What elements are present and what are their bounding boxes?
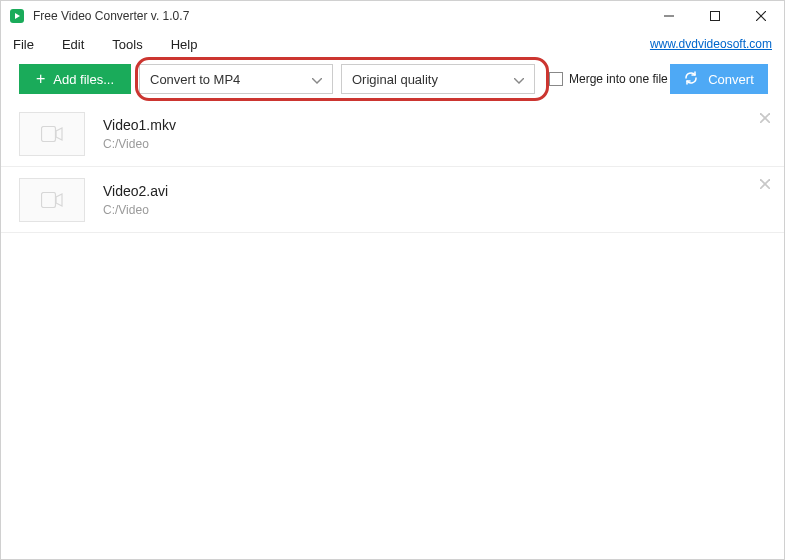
- remove-file-button[interactable]: [760, 177, 770, 191]
- format-value: Convert to MP4: [150, 72, 240, 87]
- svg-rect-8: [42, 192, 56, 207]
- window-controls: [646, 1, 784, 31]
- camera-icon: [41, 126, 63, 142]
- file-list: Video1.mkv C:/Video Video2.avi C:/Video: [1, 101, 784, 559]
- file-path: C:/Video: [103, 203, 168, 217]
- remove-file-button[interactable]: [760, 111, 770, 125]
- checkbox-icon: [549, 72, 563, 86]
- menu-help[interactable]: Help: [171, 37, 198, 52]
- minimize-button[interactable]: [646, 1, 692, 31]
- file-name: Video1.mkv: [103, 117, 176, 133]
- menu-file[interactable]: File: [13, 37, 34, 52]
- titlebar: Free Video Converter v. 1.0.7: [1, 1, 784, 31]
- maximize-button[interactable]: [692, 1, 738, 31]
- quality-dropdown[interactable]: Original quality: [341, 64, 535, 94]
- menubar: File Edit Tools Help www.dvdvideosoft.co…: [1, 31, 784, 57]
- chevron-down-icon: [312, 72, 322, 87]
- refresh-icon: [684, 71, 698, 88]
- app-window: Free Video Converter v. 1.0.7 File Edit …: [0, 0, 785, 560]
- file-meta: Video2.avi C:/Video: [103, 183, 168, 217]
- close-icon: [760, 113, 770, 123]
- close-window-button[interactable]: [738, 1, 784, 31]
- video-thumbnail: [19, 178, 85, 222]
- add-files-button[interactable]: + Add files...: [19, 64, 131, 94]
- file-name: Video2.avi: [103, 183, 168, 199]
- video-thumbnail: [19, 112, 85, 156]
- file-meta: Video1.mkv C:/Video: [103, 117, 176, 151]
- plus-icon: +: [36, 71, 45, 87]
- merge-label: Merge into one file: [569, 72, 668, 86]
- camera-icon: [41, 192, 63, 208]
- app-icon: [9, 8, 25, 24]
- convert-button[interactable]: Convert: [670, 64, 768, 94]
- close-icon: [760, 179, 770, 189]
- quality-value: Original quality: [352, 72, 438, 87]
- menu-tools[interactable]: Tools: [112, 37, 142, 52]
- svg-rect-5: [42, 126, 56, 141]
- svg-rect-2: [711, 12, 720, 21]
- format-dropdown[interactable]: Convert to MP4: [139, 64, 333, 94]
- window-title: Free Video Converter v. 1.0.7: [33, 9, 189, 23]
- toolbar: + Add files... Convert to MP4 Original q…: [1, 57, 784, 101]
- file-path: C:/Video: [103, 137, 176, 151]
- file-row[interactable]: Video1.mkv C:/Video: [1, 101, 784, 167]
- website-link[interactable]: www.dvdvideosoft.com: [650, 37, 772, 51]
- menu-edit[interactable]: Edit: [62, 37, 84, 52]
- chevron-down-icon: [514, 72, 524, 87]
- file-row[interactable]: Video2.avi C:/Video: [1, 167, 784, 233]
- add-files-label: Add files...: [53, 72, 114, 87]
- convert-label: Convert: [708, 72, 754, 87]
- merge-checkbox[interactable]: Merge into one file: [549, 72, 668, 86]
